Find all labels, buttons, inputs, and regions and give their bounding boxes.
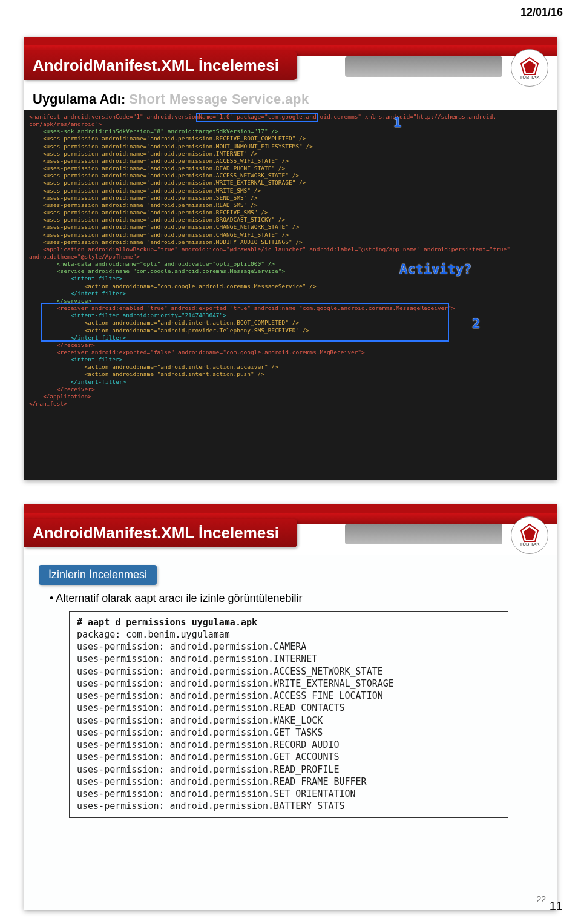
code-line: <intent-filter> [29,275,122,282]
slide-page-number: 22 [536,894,546,904]
header-gray-band [345,56,502,77]
tubitak-logo: TÜBİTAK [511,516,548,554]
permission-line: uses-permission: android.permission.CAME… [77,641,501,653]
permission-line: uses-permission: android.permission.WAKE… [77,714,501,727]
aapt-command: # aapt d permissions uygulama.apk [77,616,501,629]
bullet-row: • Alternatif olarak aapt aracı ile izinl… [50,592,542,605]
slides-wrap: AndroidManifest.XML İncelemesi TÜBİTAK U… [0,19,581,910]
slide-1-header: AndroidManifest.XML İncelemesi TÜBİTAK [24,37,557,88]
permission-line: uses-permission: android.permission.ACCE… [77,690,501,702]
annotation-2: 2 [472,315,480,332]
code-line: </manifest> [29,400,67,407]
permission-line: uses-permission: android.permission.BATT… [77,800,501,812]
aapt-package-line: package: com.benim.uygulamam [77,629,501,641]
code-line: </receiver> [29,386,95,392]
code-line: </intent-filter> [29,378,126,385]
code-line: <manifest android:versionCode="1" androi… [29,113,496,120]
code-line: <uses-permission android:name="android.p… [29,179,306,186]
manifest-code-block: <manifest android:versionCode="1" androi… [24,110,557,480]
permission-line: uses-permission: android.permission.GET_… [77,727,501,739]
code-line: <uses-permission android:name="android.p… [29,231,289,238]
code-line: android:theme="@style/AppTheme"> [29,253,140,260]
code-line: <receiver android:exported="false" andro… [29,349,365,355]
tubitak-logo-icon [520,523,539,543]
permission-line: uses-permission: android.permission.READ… [77,764,501,776]
permission-line: uses-permission: android.permission.READ… [77,776,501,788]
document-page-number: 11 [550,899,563,913]
date-header: 12/01/16 [0,0,581,19]
code-line: <meta-data android:name="opti" android:v… [29,260,275,267]
slide-1-title: AndroidManifest.XML İncelemesi [24,51,297,80]
code-line: <uses-permission android:name="android.p… [29,150,258,157]
annotation-activity: Activity? [399,261,471,278]
app-name-value: Short Message Service.apk [129,91,309,107]
permission-line: uses-permission: android.permission.WRIT… [77,678,501,690]
code-line: <uses-permission android:name="android.p… [29,157,289,164]
header-gray-band [345,524,502,544]
code-line: <uses-permission android:name="android.p… [29,239,303,245]
code-line: <intent-filter android:priority="2147483… [29,312,226,318]
slide-1: AndroidManifest.XML İncelemesi TÜBİTAK U… [24,37,557,480]
code-line: <uses-permission android:name="android.p… [29,223,299,230]
section-tag: İzinlerin İncelenmesi [39,565,157,585]
app-name-row: Uygulama Adı: Short Message Service.apk [24,88,557,110]
slide-2-header: AndroidManifest.XML İncelemesi TÜBİTAK [24,504,557,555]
code-line: <action android:name="com.google.android… [29,283,317,289]
tubitak-logo: TÜBİTAK [511,49,548,87]
svg-marker-1 [524,61,536,73]
code-line: <uses-permission android:name="android.p… [29,135,306,142]
slide-2: AndroidManifest.XML İncelemesi TÜBİTAK İ… [24,504,557,910]
slide-2-body: İzinlerin İncelenmesi • Alternatif olara… [24,555,557,910]
code-line: <uses-permission android:name="android.p… [29,187,261,194]
code-line: <intent-filter> [29,356,122,363]
slide-2-title: AndroidManifest.XML İncelemesi [24,519,297,547]
svg-marker-3 [524,527,536,540]
code-line: <application android:allowBackup="true" … [29,246,510,252]
permissions-box: # aapt d permissions uygulama.apk packag… [69,611,508,818]
code-line: </service> [29,297,91,304]
code-line: com/apk/res/android"> [29,120,102,127]
tubitak-logo-icon [520,56,539,76]
code-line: </intent-filter> [29,334,126,341]
code-line: <uses-permission android:name="android.p… [29,216,285,223]
permission-line: uses-permission: android.permission.SET_… [77,788,501,800]
app-name-label: Uygulama Adı: [33,91,129,107]
code-line: <uses-permission android:name="android.p… [29,202,258,208]
permission-line: uses-permission: android.permission.ACCE… [77,665,501,678]
code-line: <action android:name="android.intent.act… [29,319,299,326]
code-line: </receiver> [29,342,95,348]
annotation-1: 1 [393,114,401,131]
code-line: <action android:name="android.intent.act… [29,371,264,377]
permission-line: uses-permission: android.permission.READ… [77,702,501,714]
permission-line: uses-permission: android.permission.INTE… [77,653,501,665]
code-line: <uses-sdk android:minSdkVersion="8" andr… [29,128,278,134]
code-line: <uses-permission android:name="android.p… [29,172,299,179]
code-line: <uses-permission android:name="android.p… [29,194,258,201]
tubitak-logo-text: TÜBİTAK [519,74,539,80]
code-line: <receiver android:enabled="true" android… [29,305,455,311]
code-line: <uses-permission android:name="android.p… [29,143,313,150]
code-line: </intent-filter> [29,290,126,297]
code-line: <action android:name="android.provider.T… [29,327,309,334]
tubitak-logo-text: TÜBİTAK [519,541,539,547]
code-line: </application> [29,393,91,400]
code-line: <uses-permission android:name="android.p… [29,165,285,171]
permission-line: uses-permission: android.permission.GET_… [77,751,501,763]
code-line: <uses-permission android:name="android.p… [29,209,268,216]
code-line: <service android:name="com.google.androi… [29,268,285,274]
page: 12/01/16 AndroidManifest.XML İncelemesi … [0,0,581,924]
permission-line: uses-permission: android.permission.RECO… [77,739,501,751]
code-line: <action android:name="android.intent.act… [29,363,278,370]
bullet-text: Alternatif olarak aapt aracı ile izinle … [56,592,302,604]
